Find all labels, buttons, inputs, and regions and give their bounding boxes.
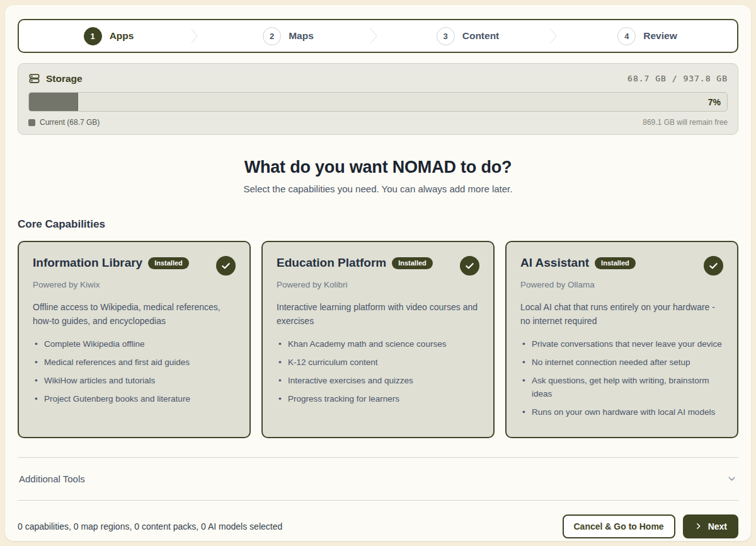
storage-progress-bar: 7% bbox=[28, 92, 728, 112]
feature-text: No internet connection needed after setu… bbox=[532, 357, 690, 367]
selected-check-icon bbox=[460, 256, 479, 276]
step-number-circle: 2 bbox=[263, 27, 281, 45]
powered-by-label: Powered by Kiwix bbox=[33, 280, 236, 289]
feature-text: Khan Academy math and science courses bbox=[288, 339, 446, 349]
installed-badge: Installed bbox=[595, 257, 636, 269]
feature-text: Runs on your own hardware with local AI … bbox=[532, 407, 715, 417]
next-button-label: Next bbox=[708, 521, 727, 531]
feature-item: Interactive exercises and quizzes bbox=[277, 375, 479, 388]
feature-list: Khan Academy math and science courses K-… bbox=[277, 338, 479, 406]
feature-item: Khan Academy math and science courses bbox=[277, 338, 479, 351]
stepper: 1 Apps 2 Maps 3 Content 4 Review bbox=[18, 19, 738, 53]
card-description: Interactive learning platform with video… bbox=[277, 301, 479, 328]
stepper-step[interactable]: 4 Review bbox=[558, 20, 737, 52]
card-header: Information Library Installed bbox=[33, 256, 236, 276]
feature-item: Ask questions, get help with writing, br… bbox=[520, 375, 723, 401]
feature-text: WikiHow articles and tutorials bbox=[44, 376, 155, 385]
legend-current-label: Current (68.7 GB) bbox=[40, 118, 100, 127]
selection-summary: 0 capabilities, 0 map regions, 0 content… bbox=[18, 521, 282, 531]
feature-list: Complete Wikipedia offline Medical refer… bbox=[33, 338, 236, 406]
wizard-footer: 0 capabilities, 0 map regions, 0 content… bbox=[18, 514, 738, 538]
feature-item: Medical references and first aid guides bbox=[33, 356, 236, 369]
feature-item: Complete Wikipedia offline bbox=[33, 338, 236, 351]
storage-drive-icon bbox=[28, 73, 40, 84]
step-label: Maps bbox=[289, 30, 314, 42]
feature-list: Private conversations that never leave y… bbox=[520, 338, 723, 419]
core-capabilities-heading: Core Capabilities bbox=[18, 218, 738, 231]
card-description: Local AI chat that runs entirely on your… bbox=[520, 301, 723, 328]
selected-check-icon bbox=[704, 256, 723, 276]
legend-current-swatch bbox=[28, 119, 35, 126]
divider bbox=[18, 500, 738, 501]
card-title: Information Library bbox=[33, 256, 142, 270]
stepper-step[interactable]: 1 Apps bbox=[19, 20, 198, 52]
feature-text: K-12 curriculum content bbox=[288, 357, 378, 367]
page-subtitle: Select the capabilities you need. You ca… bbox=[18, 183, 738, 194]
step-number-circle: 1 bbox=[84, 27, 102, 45]
cancel-button[interactable]: Cancel & Go to Home bbox=[563, 514, 675, 538]
feature-text: Ask questions, get help with writing, br… bbox=[532, 376, 709, 398]
next-button[interactable]: Next bbox=[683, 514, 738, 538]
cards-grid: Information Library Installed Powered by… bbox=[18, 241, 738, 438]
feature-text: Medical references and first aid guides bbox=[44, 357, 190, 367]
storage-percent-label: 7% bbox=[708, 97, 721, 107]
cancel-button-label: Cancel & Go to Home bbox=[574, 521, 664, 531]
step-number-circle: 4 bbox=[617, 27, 636, 45]
card-description: Offline access to Wikipedia, medical ref… bbox=[33, 301, 236, 328]
step-label: Review bbox=[643, 30, 677, 42]
feature-item: No internet connection needed after setu… bbox=[520, 356, 723, 369]
feature-item: Progress tracking for learners bbox=[277, 393, 479, 406]
powered-by-label: Powered by Kolibri bbox=[277, 280, 479, 289]
feature-item: WikiHow articles and tutorials bbox=[33, 375, 236, 388]
storage-usage-text: 68.7 GB / 937.8 GB bbox=[627, 74, 728, 83]
stepper-step[interactable]: 3 Content bbox=[378, 20, 558, 52]
selected-check-icon bbox=[216, 256, 236, 276]
storage-progress-fill bbox=[29, 93, 78, 111]
step-label: Apps bbox=[110, 30, 134, 42]
feature-text: Complete Wikipedia offline bbox=[44, 339, 145, 349]
capability-card[interactable]: AI Assistant Installed Powered by Ollama… bbox=[505, 241, 738, 438]
chevron-down-icon bbox=[726, 473, 737, 484]
chevron-right-icon bbox=[694, 522, 702, 530]
wizard-page: 1 Apps 2 Maps 3 Content 4 Review bbox=[5, 5, 751, 541]
card-header: AI Assistant Installed bbox=[520, 256, 723, 276]
card-header: Education Platform Installed bbox=[277, 256, 479, 276]
feature-text: Private conversations that never leave y… bbox=[532, 339, 722, 349]
capability-card[interactable]: Information Library Installed Powered by… bbox=[18, 241, 251, 438]
feature-text: Progress tracking for learners bbox=[288, 394, 399, 404]
feature-text: Project Gutenberg books and literature bbox=[44, 394, 190, 404]
storage-panel: Storage 68.7 GB / 937.8 GB 7% Current (6… bbox=[18, 63, 738, 135]
card-title: AI Assistant bbox=[520, 256, 589, 270]
additional-tools-toggle[interactable]: Additional Tools bbox=[18, 458, 738, 500]
powered-by-label: Powered by Ollama bbox=[520, 280, 723, 289]
feature-item: Private conversations that never leave y… bbox=[520, 338, 723, 351]
card-title: Education Platform bbox=[277, 256, 386, 270]
feature-item: Runs on your own hardware with local AI … bbox=[520, 406, 723, 419]
page-title: What do you want NOMAD to do? bbox=[18, 158, 738, 177]
storage-remaining-label: 869.1 GB will remain free bbox=[643, 118, 728, 127]
stepper-step[interactable]: 2 Maps bbox=[198, 20, 378, 52]
installed-badge: Installed bbox=[392, 257, 433, 269]
step-label: Content bbox=[462, 30, 500, 42]
installed-badge: Installed bbox=[148, 257, 189, 269]
capability-card[interactable]: Education Platform Installed Powered by … bbox=[261, 241, 495, 438]
feature-item: Project Gutenberg books and literature bbox=[33, 393, 236, 406]
feature-item: K-12 curriculum content bbox=[277, 356, 479, 369]
additional-tools-label: Additional Tools bbox=[19, 473, 85, 484]
step-number-circle: 3 bbox=[437, 27, 455, 45]
feature-text: Interactive exercises and quizzes bbox=[288, 376, 413, 385]
storage-title: Storage bbox=[46, 73, 83, 84]
